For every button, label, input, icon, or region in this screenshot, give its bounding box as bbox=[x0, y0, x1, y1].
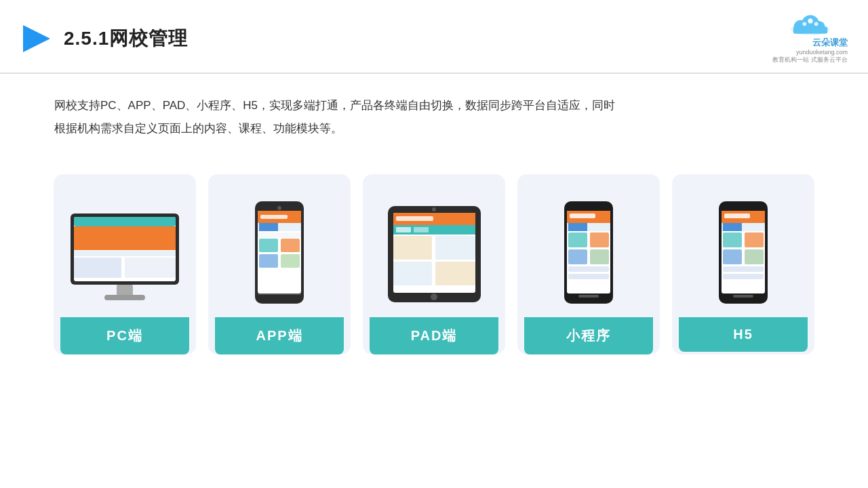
card-app: APP端 bbox=[208, 174, 351, 354]
header-left: 2.5.1网校管理 bbox=[20, 22, 188, 55]
svg-rect-72 bbox=[723, 274, 764, 279]
svg-rect-56 bbox=[590, 249, 609, 264]
app-label: APP端 bbox=[215, 317, 344, 354]
description-text: 网校支持PC、APP、PAD、小程序、H5，实现多端打通，产品各终端自由切换，数… bbox=[0, 74, 665, 147]
card-h5: H5 bbox=[672, 174, 814, 354]
h5-phone-icon bbox=[716, 200, 770, 305]
svg-rect-69 bbox=[723, 249, 742, 264]
svg-rect-27 bbox=[258, 232, 301, 238]
svg-rect-66 bbox=[723, 223, 742, 231]
header: 2.5.1网校管理 云朵课堂 yunduoketang.com 教育机构一站 式… bbox=[0, 0, 868, 74]
svg-rect-14 bbox=[74, 258, 121, 278]
svg-rect-40 bbox=[396, 227, 411, 232]
svg-point-36 bbox=[432, 207, 436, 211]
h5-image-area bbox=[679, 186, 808, 305]
page-title: 2.5.1网校管理 bbox=[64, 26, 188, 52]
card-miniapp: 小程序 bbox=[517, 174, 660, 354]
cards-section: PC端 bbox=[0, 154, 868, 354]
pc-monitor-icon bbox=[67, 210, 182, 305]
svg-rect-71 bbox=[723, 266, 764, 272]
pad-image-area bbox=[370, 186, 498, 305]
svg-rect-42 bbox=[393, 236, 432, 260]
miniapp-image-area bbox=[524, 186, 653, 305]
svg-rect-58 bbox=[568, 274, 609, 279]
svg-marker-0 bbox=[23, 25, 50, 52]
svg-rect-26 bbox=[279, 223, 298, 231]
svg-rect-31 bbox=[281, 254, 300, 268]
svg-rect-13 bbox=[74, 251, 176, 256]
app-image-area bbox=[215, 186, 344, 305]
svg-rect-70 bbox=[745, 249, 764, 264]
svg-rect-54 bbox=[590, 232, 609, 247]
svg-rect-59 bbox=[578, 295, 599, 298]
pc-image-area bbox=[60, 186, 189, 305]
svg-rect-57 bbox=[568, 266, 609, 272]
svg-rect-38 bbox=[396, 216, 433, 221]
card-pad: PAD端 bbox=[363, 174, 505, 354]
svg-rect-43 bbox=[435, 236, 475, 260]
miniapp-label: 小程序 bbox=[524, 317, 653, 354]
svg-rect-32 bbox=[258, 293, 301, 295]
logo-name: 云朵课堂 bbox=[812, 37, 848, 49]
logo-tagline: 教育机构一站 式服务云平台 bbox=[772, 56, 848, 64]
svg-rect-64 bbox=[724, 214, 750, 218]
svg-rect-29 bbox=[281, 239, 300, 252]
svg-rect-68 bbox=[745, 232, 764, 247]
svg-rect-28 bbox=[259, 239, 278, 252]
svg-rect-62 bbox=[733, 203, 753, 211]
svg-point-7 bbox=[808, 18, 812, 23]
svg-rect-17 bbox=[104, 295, 145, 300]
svg-rect-67 bbox=[723, 232, 742, 247]
pad-tablet-icon bbox=[385, 203, 484, 305]
svg-rect-44 bbox=[393, 262, 432, 285]
h5-label: H5 bbox=[679, 317, 808, 352]
svg-rect-23 bbox=[260, 215, 288, 219]
svg-rect-55 bbox=[568, 249, 587, 264]
svg-rect-11 bbox=[74, 217, 176, 226]
svg-rect-41 bbox=[414, 227, 429, 232]
app-phone-icon bbox=[252, 200, 307, 305]
svg-point-8 bbox=[814, 22, 818, 26]
svg-rect-73 bbox=[733, 295, 753, 298]
svg-rect-45 bbox=[435, 262, 475, 285]
svg-rect-50 bbox=[570, 214, 595, 218]
svg-rect-53 bbox=[568, 232, 587, 247]
svg-rect-48 bbox=[578, 203, 599, 211]
svg-point-6 bbox=[802, 22, 806, 26]
svg-rect-52 bbox=[568, 223, 587, 231]
card-pc: PC端 bbox=[54, 174, 196, 354]
logo-area: 云朵课堂 yunduoketang.com 教育机构一站 式服务云平台 bbox=[772, 12, 848, 64]
svg-point-21 bbox=[277, 206, 281, 210]
play-icon bbox=[20, 22, 53, 55]
logo-url: yunduoketang.com bbox=[796, 49, 848, 56]
miniapp-phone-icon bbox=[561, 200, 616, 305]
svg-rect-25 bbox=[259, 223, 278, 231]
svg-rect-12 bbox=[74, 226, 176, 250]
svg-rect-15 bbox=[125, 258, 176, 278]
svg-point-35 bbox=[431, 293, 437, 300]
svg-rect-5 bbox=[793, 27, 827, 34]
pc-label: PC端 bbox=[60, 317, 189, 354]
svg-rect-16 bbox=[117, 285, 133, 296]
svg-rect-30 bbox=[259, 254, 278, 268]
pad-label: PAD端 bbox=[370, 317, 498, 354]
logo-icon bbox=[783, 12, 837, 37]
